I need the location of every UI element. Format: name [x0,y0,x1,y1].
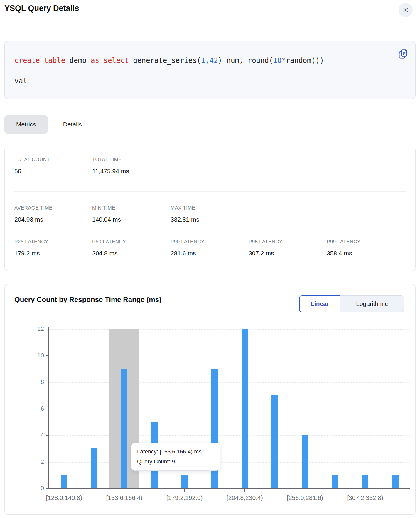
histogram-bar[interactable] [392,475,399,488]
copy-button[interactable] [397,48,409,61]
tab-bar: MetricsDetails [4,115,94,134]
metric-label: TOTAL TIME [92,157,122,163]
histogram-bar[interactable] [242,329,248,488]
histogram-bar[interactable] [302,435,308,488]
metric-label: MIN TIME [92,205,115,211]
metric-value: 179.2 ms [14,250,40,257]
metrics-summary-card: TOTAL COUNT56TOTAL TIME11,475.94 msAVERA… [4,147,416,271]
metric-value: 140.04 ms [92,216,121,223]
metric-value: 281.6 ms [171,250,196,257]
tooltip-latency-line: Latency: [153.6,166.4) ms [137,447,215,457]
metric-value: 307.2 ms [249,250,274,257]
metric-label: P25 LATENCY [14,239,48,245]
scale-linear-button[interactable]: Linear [299,295,340,312]
tab-metrics[interactable]: Metrics [4,115,48,134]
metric-value: 204.93 ms [14,216,43,223]
histogram-bar[interactable] [271,395,278,488]
copy-icon [397,48,409,60]
tab-details[interactable]: Details [51,115,94,134]
sql-code-block: create table demo as select generate_ser… [4,41,416,99]
close-icon [402,7,409,13]
metric-label: AVERAGE TIME [14,205,53,211]
metrics-divider [14,191,406,192]
metric-label: P95 LATENCY [249,239,282,245]
header-divider [0,29,420,29]
metric-value: 204.8 ms [92,250,117,257]
metric-value: 56 [14,168,21,175]
scale-logarithmic-button[interactable]: Logarithmic [340,295,404,312]
sql-query-text: create table demo as select generate_ser… [5,41,415,91]
histogram-bar[interactable] [181,475,188,488]
metric-value: 11,475.94 ms [92,168,129,175]
metric-label: P50 LATENCY [92,239,126,245]
chart-tooltip: Latency: [153.6,166.4) ms Query Count: 9 [131,443,220,471]
metric-value: 332.81 ms [171,216,199,223]
code-line: val [14,77,27,85]
page-title: YSQL Query Details [4,4,79,13]
bottom-divider [0,517,420,517]
metric-value: 358.4 ms [327,250,352,257]
histogram-bar[interactable] [362,475,368,488]
scale-toggle-group: LinearLogarithmic [299,295,404,312]
histogram-bar[interactable] [332,475,338,488]
tooltip-count-line: Query Count: 9 [137,457,215,467]
histogram-bar[interactable] [91,448,97,488]
metric-label: P90 LATENCY [171,239,204,245]
close-button[interactable] [399,3,413,17]
metric-label: MAX TIME [171,205,195,211]
code-line: create table demo as select generate_ser… [14,56,324,65]
histogram-bar[interactable] [61,475,67,488]
metric-label: P99 LATENCY [327,239,360,245]
metric-label: TOTAL COUNT [14,157,50,163]
chart-title: Query Count by Response Time Range (ms) [14,296,161,304]
histogram-bar[interactable] [121,369,127,488]
